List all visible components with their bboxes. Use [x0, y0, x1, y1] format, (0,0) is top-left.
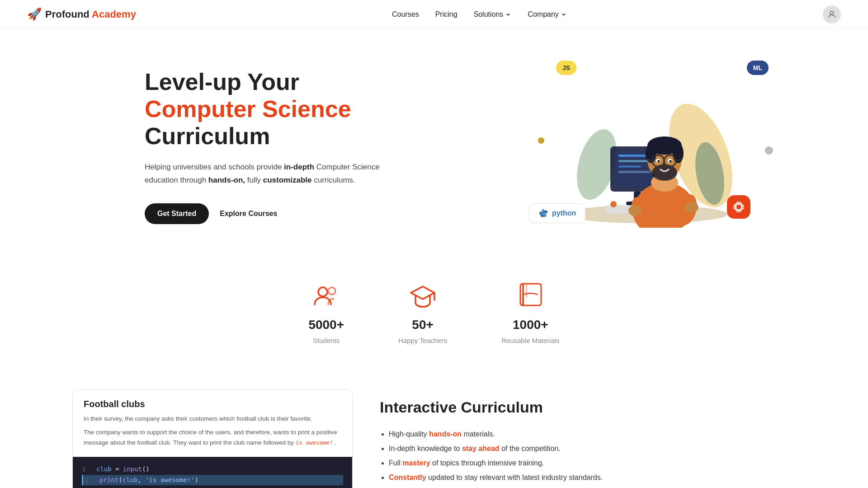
code-panel-desc1: In their survey, the company asks their …	[84, 414, 341, 424]
code-panel-header: Football clubs In their survey, the comp…	[73, 390, 352, 457]
curriculum-text: Interactive Curriculum High-quality hand…	[380, 389, 603, 485]
svg-point-0	[830, 11, 833, 14]
svg-point-20	[652, 164, 677, 181]
python-label: python	[552, 209, 576, 217]
chevron-down-icon	[561, 11, 567, 18]
svg-point-51	[328, 287, 335, 295]
curriculum-title: Interactive Curriculum	[380, 399, 603, 416]
stats-section: 5000+ Students 50+ Happy Teachers 1000+	[0, 264, 868, 371]
hero-left: Level-up Your Computer Science Curriculu…	[145, 69, 389, 224]
hero-section: Level-up Your Computer Science Curriculu…	[0, 29, 868, 264]
chevron-down-icon	[505, 11, 511, 18]
graduation-icon	[409, 282, 436, 309]
users-icon	[313, 282, 340, 309]
code-line-2: 2 print(club, 'is awesome!')	[82, 475, 343, 486]
code-panel-desc2: The company wants to support the choice …	[84, 427, 341, 448]
hero-subtitle: Helping universities and schools provide…	[145, 161, 389, 187]
python-icon	[538, 208, 548, 218]
svg-marker-52	[411, 286, 434, 299]
badge-python: python	[529, 203, 585, 223]
badge-js: JS	[556, 61, 576, 75]
svg-point-28	[657, 160, 660, 163]
get-started-button[interactable]: Get Started	[145, 203, 209, 224]
stat-teachers: 50+ Happy Teachers	[398, 282, 447, 344]
hero-illustration: JS ML	[515, 56, 778, 237]
curriculum-point-3: Full mastery of topics through intensive…	[389, 456, 603, 470]
svg-point-35	[544, 216, 545, 216]
curriculum-point-4: Constantly updated to stay relevant with…	[389, 470, 603, 485]
user-avatar-button[interactable]	[823, 5, 841, 23]
explore-courses-button[interactable]: Explore Courses	[220, 210, 277, 218]
chip-icon	[732, 201, 745, 213]
curriculum-list: High-quality hands-on materials. In-dept…	[380, 427, 603, 485]
logo-profound: Profound	[45, 9, 90, 20]
hero-title: Level-up Your Computer Science Curriculu…	[145, 69, 389, 150]
stat-students-label: Students	[313, 337, 340, 344]
dot-gray	[765, 146, 773, 155]
code-inline: is awesome!	[296, 439, 333, 446]
svg-rect-7	[618, 155, 646, 157]
code-editor: 1 club = input() 2 print(club, 'is aweso…	[73, 457, 352, 488]
dot-orange	[610, 201, 617, 207]
navbar: 🚀 Profound Academy Courses Pricing Solut…	[0, 0, 868, 29]
stat-students-number: 5000+	[308, 318, 344, 332]
stat-materials-label: Reusable Materials	[501, 337, 559, 344]
code-panel: Football clubs In their survey, the comp…	[72, 389, 353, 488]
stat-students: 5000+ Students	[308, 282, 344, 344]
curriculum-point-1: High-quality hands-on materials.	[389, 427, 603, 441]
svg-point-33	[685, 202, 698, 213]
nav-solutions[interactable]: Solutions	[474, 10, 512, 19]
nav-pricing[interactable]: Pricing	[435, 10, 458, 19]
svg-point-34	[542, 210, 543, 211]
stat-materials: 1000+ Reusable Materials	[501, 282, 559, 344]
logo[interactable]: 🚀 Profound Academy	[27, 7, 136, 21]
stat-materials-number: 1000+	[513, 318, 548, 332]
logo-icon: 🚀	[27, 7, 42, 21]
svg-rect-37	[736, 205, 741, 209]
nav-courses[interactable]: Courses	[392, 10, 419, 19]
user-icon	[827, 9, 837, 19]
dot-gold	[538, 137, 544, 144]
code-line-1: 1 club = input()	[82, 464, 343, 475]
logo-academy: Academy	[90, 9, 136, 20]
book-icon	[517, 282, 544, 309]
stat-teachers-label: Happy Teachers	[398, 337, 447, 344]
svg-point-50	[318, 287, 327, 296]
nav-right	[823, 5, 841, 23]
svg-point-32	[628, 205, 642, 216]
svg-rect-9	[618, 165, 641, 168]
badge-chip	[727, 195, 750, 219]
nav-company[interactable]: Company	[528, 10, 566, 19]
hero-buttons: Get Started Explore Courses	[145, 203, 389, 224]
code-panel-title: Football clubs	[84, 399, 341, 409]
stat-teachers-number: 50+	[412, 318, 434, 332]
svg-point-29	[669, 160, 672, 163]
svg-rect-10	[618, 171, 650, 173]
nav-links: Courses Pricing Solutions Company	[392, 10, 567, 19]
bottom-section: Football clubs In their survey, the comp…	[0, 371, 868, 488]
curriculum-point-2: In-depth knowledge to stay ahead of the …	[389, 441, 603, 456]
badge-ml: ML	[747, 61, 769, 75]
